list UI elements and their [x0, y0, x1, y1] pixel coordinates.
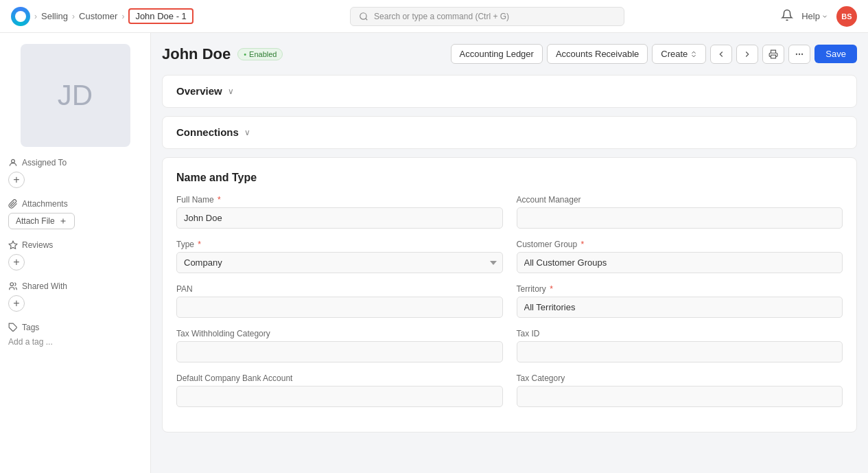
svg-rect-8 [771, 55, 776, 58]
pan-group: PAN [176, 284, 503, 318]
tags-label: Tags [8, 323, 142, 332]
search-box[interactable]: Search or type a command (Ctrl + G) [350, 7, 624, 26]
chevron-down-icon [821, 13, 828, 20]
help-button[interactable]: Help [801, 11, 828, 21]
svg-point-6 [10, 283, 14, 286]
svg-point-10 [799, 54, 800, 54]
paperclip-icon [8, 199, 18, 209]
more-options-button[interactable] [788, 45, 810, 64]
tax-category-group: Tax Category [517, 373, 843, 407]
default-bank-account-group: Default Company Bank Account [176, 373, 503, 407]
svg-point-9 [797, 54, 797, 54]
svg-line-1 [366, 18, 368, 20]
sidebar-tags: Tags Add a tag ... [8, 323, 142, 347]
account-manager-label: Account Manager [517, 195, 843, 205]
tax-id-input[interactable] [517, 341, 843, 362]
topnav: › Selling › Customer › John Doe - 1 Sear… [0, 0, 868, 33]
page-title: John Doe [162, 45, 231, 63]
form-row-1: Full Name * Account Manager [176, 195, 843, 229]
tax-id-label: Tax ID [517, 329, 843, 338]
reviews-label: Reviews [8, 240, 142, 250]
customer-group-group: Customer Group * [517, 240, 843, 273]
printer-icon [769, 49, 778, 59]
add-tag-link[interactable]: Add a tag ... [8, 337, 53, 347]
sidebar-assigned-to: Assigned To + [8, 158, 142, 188]
name-and-type-title: Name and Type [176, 172, 843, 184]
form-row-5: Default Company Bank Account Tax Categor… [176, 373, 843, 407]
tax-withholding-input[interactable] [176, 341, 503, 362]
attach-file-button[interactable]: Attach File [8, 213, 75, 229]
attachments-label: Attachments [8, 199, 142, 209]
accounts-receivable-button[interactable]: Accounts Receivable [547, 44, 648, 64]
connections-chevron: ∨ [244, 128, 250, 137]
breadcrumb-selling[interactable]: Selling [41, 11, 68, 21]
prev-button[interactable] [710, 45, 732, 64]
name-and-type-card: Name and Type Full Name * Account Manage… [162, 157, 857, 432]
form-row-2: Type * Company Individual Customer Group… [176, 240, 843, 273]
breadcrumb-customer[interactable]: Customer [79, 11, 117, 21]
record-avatar: JD [21, 44, 130, 147]
status-badge: Enabled [237, 48, 283, 60]
overview-title: Overview [176, 85, 222, 97]
bell-icon [781, 9, 793, 21]
notifications-button[interactable] [781, 9, 793, 24]
overview-card-header[interactable]: Overview ∨ [163, 76, 856, 107]
pan-input[interactable] [176, 297, 503, 318]
tax-category-label: Tax Category [517, 373, 843, 383]
tag-icon [8, 323, 18, 332]
app-logo[interactable] [11, 7, 30, 26]
tax-id-group: Tax ID [517, 329, 843, 362]
chevron-left-icon [716, 49, 726, 59]
search-icon [359, 12, 368, 21]
type-select[interactable]: Company Individual [176, 252, 503, 273]
type-group: Type * Company Individual [176, 240, 503, 273]
assigned-to-label: Assigned To [8, 158, 142, 168]
svg-point-2 [12, 159, 15, 163]
full-name-input[interactable] [176, 207, 503, 229]
customer-group-input[interactable] [517, 252, 843, 273]
help-label: Help [801, 11, 820, 21]
territory-label: Territory * [517, 284, 843, 294]
connections-title: Connections [176, 126, 239, 138]
user-group-icon [8, 281, 18, 291]
save-button[interactable]: Save [814, 45, 857, 63]
chevron-updown-icon [690, 51, 697, 58]
sep2: › [72, 12, 75, 21]
sidebar: JD Assigned To + Attachments Attach File [0, 33, 151, 473]
full-name-label: Full Name * [176, 195, 503, 205]
add-review-button[interactable]: + [8, 254, 25, 270]
account-manager-input[interactable] [517, 207, 843, 229]
tax-category-input[interactable] [517, 386, 843, 407]
page-actions: Accounting Ledger Accounts Receivable Cr… [451, 44, 858, 64]
user-avatar[interactable]: BS [836, 6, 857, 27]
main-layout: JD Assigned To + Attachments Attach File [0, 33, 868, 473]
customer-group-label: Customer Group * [517, 240, 843, 249]
territory-input[interactable] [517, 297, 843, 318]
form-row-4: Tax Withholding Category Tax ID [176, 329, 843, 362]
sidebar-shared-with: Shared With + [8, 281, 142, 312]
accounting-ledger-button[interactable]: Accounting Ledger [451, 44, 543, 64]
svg-point-11 [802, 54, 803, 54]
print-button[interactable] [762, 45, 784, 64]
territory-group: Territory * [517, 284, 843, 318]
search-area[interactable]: Search or type a command (Ctrl + G) [350, 7, 624, 26]
sidebar-reviews: Reviews + [8, 240, 142, 270]
page-title-area: John Doe Enabled [162, 45, 283, 63]
tax-withholding-label: Tax Withholding Category [176, 329, 503, 338]
svg-point-0 [360, 12, 366, 19]
form-row-3: PAN Territory * [176, 284, 843, 318]
star-icon [8, 240, 18, 250]
default-bank-account-input[interactable] [176, 386, 503, 407]
create-button[interactable]: Create [652, 44, 706, 64]
ellipsis-icon [795, 49, 804, 59]
connections-card-header[interactable]: Connections ∨ [163, 117, 856, 148]
next-button[interactable] [736, 45, 758, 64]
account-manager-group: Account Manager [517, 195, 843, 229]
search-placeholder: Search or type a command (Ctrl + G) [374, 12, 509, 21]
sep1: › [34, 12, 37, 21]
sep3: › [121, 12, 124, 21]
plus-icon [59, 217, 67, 225]
add-assigned-to-button[interactable]: + [8, 172, 25, 188]
add-shared-with-button[interactable]: + [8, 295, 25, 312]
breadcrumb-area: › Selling › Customer › John Doe - 1 [11, 7, 193, 26]
